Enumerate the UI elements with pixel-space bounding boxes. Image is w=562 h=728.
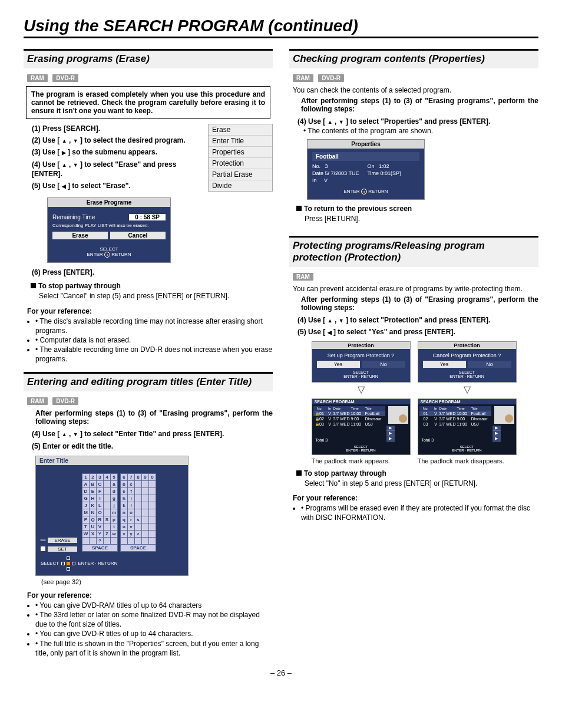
section-protection-heading: Protecting programs/Releasing program pr…	[289, 236, 538, 267]
up-icon	[62, 160, 67, 169]
left-column: Erasing programs (Erase) RAM DVD-R The p…	[24, 49, 273, 658]
osd-erase-button: Erase	[52, 232, 108, 239]
page-number: – 26 –	[24, 668, 538, 677]
ref-item: You can give DVD-R titles of up to 44 ch…	[35, 629, 273, 638]
menu-item: Protection	[209, 158, 272, 169]
char-grid: 12345ABCaDEFdGHIgJKLjMNOmPQRSpTUVtWXYZw?…	[82, 473, 156, 552]
badge-ram: RAM	[293, 273, 313, 281]
erase-step-3: (3) Use [ ] so the submenu appears.	[32, 147, 197, 157]
stop-icon	[41, 546, 45, 551]
left-icon	[328, 328, 332, 336]
osd-search-program: SEARCH PROGRAM No.InDateTimeTitle 01V3/7…	[312, 398, 411, 455]
up-icon	[62, 430, 67, 438]
remaining-time-value: 0 : 58 SP	[129, 214, 166, 220]
prop-step-4: (4) Use [ , ] to select "Properties" and…	[297, 117, 538, 136]
ref-item: The 33rd letter or later on some finaliz…	[35, 610, 273, 629]
osd-protection-setup: Protection Set up Program Protection ? Y…	[312, 341, 411, 383]
badge-dvdr: DVD-R	[52, 397, 78, 405]
ref-item: Computer data is not erased.	[35, 335, 273, 345]
osd-protection-cancel: Protection Cancel Program Protection ? Y…	[418, 341, 517, 383]
badge-ram: RAM	[27, 397, 48, 405]
badge-dvdr: DVD-R	[52, 74, 78, 82]
menu-item: Divide	[209, 180, 272, 191]
prop-step-4-sub: • The contents of the program are shown.	[303, 126, 538, 136]
osd-erase-programe: Erase Programe Remaining Time0 : 58 SP C…	[47, 197, 171, 263]
down-icon	[73, 430, 78, 438]
up-icon	[328, 117, 333, 126]
prot-step-4: (4) Use [ , ] to select "Protection" and…	[297, 315, 538, 325]
badge-dvdr: DVD-R	[318, 74, 344, 82]
section-title-heading: Entering and editing program titles (Ent…	[24, 372, 273, 391]
title-intro: After performing steps (1) to (3) of "Er…	[24, 409, 273, 426]
left-icon	[62, 182, 66, 190]
down-icon	[73, 160, 78, 169]
erase-ref-heading: For your reference:	[27, 307, 273, 315]
osd-select-label: SELECT	[41, 561, 59, 566]
caption-padlock-disappears: The padlock mark disappears.	[418, 457, 517, 465]
menu-item: Partial Erase	[209, 169, 272, 180]
down-icon	[339, 117, 344, 126]
badge-ram: RAM	[293, 74, 313, 82]
osd-title: Erase Programe	[48, 198, 170, 207]
prot-ref-heading: For your reference:	[293, 494, 538, 502]
ref-item: Programs will be erased even if they are…	[301, 503, 538, 522]
prot-intro-steps: After performing steps (1) to (3) of "Er…	[289, 295, 538, 312]
right-icon	[62, 148, 66, 156]
joystick-icon	[361, 189, 367, 195]
title-step-4: (4) Use [ , ] to select "Enter Title" an…	[32, 429, 273, 439]
prot-stop-heading: To stop partway through	[296, 469, 538, 477]
down-icon	[73, 136, 78, 144]
badge-ram: RAM	[27, 74, 48, 82]
ref-item: The full title is shown in the "Properti…	[35, 639, 273, 658]
dpad-icon	[61, 556, 75, 571]
erase-stop-text: Select "Cancel" in step (5) and press [E…	[24, 291, 273, 301]
osd-prop-name: Football	[312, 152, 419, 161]
remaining-time-label: Remaining Time	[52, 214, 95, 220]
ref-item: The available recording time on DVD-R do…	[35, 345, 273, 364]
osd-note: Corresponding PLAY LIST will also be era…	[52, 223, 166, 228]
prop-intro-steps: After performing steps (1) to (3) of "Er…	[289, 97, 538, 113]
title-step-5: (5) Enter or edit the title.	[32, 442, 273, 451]
erase-step-6: (6) Press [ENTER].	[32, 268, 273, 277]
osd-search-program: SEARCH PROGRAM No.InDateTimeTitle 01V3/7…	[418, 398, 517, 455]
osd-set-label: SET	[48, 546, 77, 552]
prop-return-text: Press [RETURN].	[289, 214, 538, 223]
submenu-list: Erase Enter Title Properties Protection …	[208, 124, 273, 192]
down-icon	[339, 316, 344, 324]
osd-properties: Properties Football No. 3 Date 5/ 7/2003…	[307, 139, 425, 200]
ref-item: The disc's available recording time may …	[35, 317, 273, 335]
prop-intro: You can check the contents of a selected…	[289, 86, 538, 94]
erase-step-2: (2) Use [ , ] to select the desired prog…	[32, 136, 197, 145]
section-erase-heading: Erasing programs (Erase)	[24, 49, 273, 68]
down-arrow-icon: ▽	[312, 384, 411, 395]
osd-erase-label: ERASE	[48, 538, 77, 543]
osd-enter-title: Enter Title ERASE SET 12345ABCaDEFdGHIgJ…	[35, 456, 189, 576]
up-icon	[328, 316, 333, 324]
joystick-icon	[104, 252, 110, 258]
title-ref-heading: For your reference:	[27, 591, 273, 599]
section-properties-heading: Checking program contents (Properties)	[289, 49, 538, 68]
caption-padlock-appears: The padlock mark appears.	[312, 457, 411, 465]
osd-yes-button: Yes	[423, 361, 466, 368]
prot-step-5: (5) Use [ ] to select "Yes" and press [E…	[297, 327, 538, 337]
osd-prop-title: Properties	[308, 140, 424, 149]
pause-icon	[41, 539, 45, 541]
osd-title-header: Enter Title	[36, 456, 188, 465]
osd-cancel-button: Cancel	[110, 232, 166, 239]
osd-no-button: No	[362, 361, 405, 368]
prot-intro: You can prevent accidental erasure of pr…	[289, 285, 538, 293]
erase-step-4: (4) Use [ , ] to select "Erase" and pres…	[32, 160, 197, 179]
right-column: Checking program contents (Properties) R…	[289, 49, 538, 658]
ref-item: You can give DVD-RAM titles of up to 64 …	[35, 601, 273, 610]
erase-stop-heading: To stop partway through	[31, 282, 273, 290]
page-title: Using the SEARCH PROGRAM (continued)	[24, 17, 538, 38]
erase-step-1: (1) Press [SEARCH].	[32, 124, 197, 133]
menu-item: Erase	[209, 124, 272, 136]
erase-warning: The program is erased completely when yo…	[26, 86, 270, 119]
prop-return-heading: To return to the previous screen	[296, 205, 538, 213]
prot-stop-text: Select "No" in step 5 and press [ENTER] …	[289, 479, 538, 488]
see-page-ref: (see page 32)	[41, 578, 273, 585]
down-arrow-icon: ▽	[418, 384, 517, 395]
osd-yes-button: Yes	[317, 361, 360, 368]
menu-item: Enter Title	[209, 136, 272, 147]
